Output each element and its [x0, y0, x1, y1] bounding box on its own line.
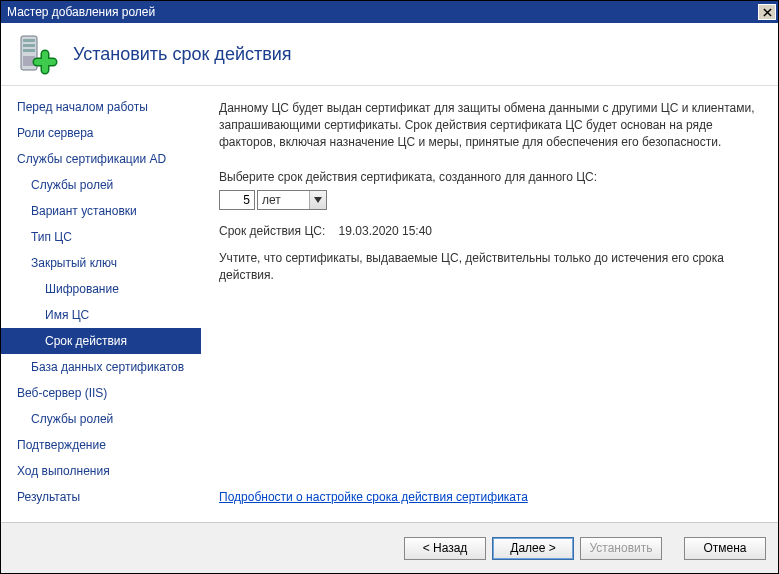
install-button: Установить: [580, 537, 662, 560]
select-validity-label: Выберите срок действия сертификата, созд…: [219, 170, 760, 184]
nav-validity[interactable]: Срок действия: [1, 328, 201, 354]
body: Перед началом работы Роли сервера Службы…: [1, 86, 778, 522]
nav-web-role-services[interactable]: Службы ролей: [1, 406, 201, 432]
titlebar: Мастер добавления ролей: [1, 1, 778, 23]
nav-progress[interactable]: Ход выполнения: [1, 458, 201, 484]
description-text: Данному ЦС будет выдан сертификат для за…: [219, 100, 760, 150]
nav-server-roles[interactable]: Роли сервера: [1, 120, 201, 146]
nav-results[interactable]: Результаты: [1, 484, 201, 510]
back-button[interactable]: < Назад: [404, 537, 486, 560]
svg-rect-1: [23, 39, 35, 42]
window-title: Мастер добавления ролей: [7, 5, 155, 19]
nav-name-cs[interactable]: Имя ЦС: [1, 302, 201, 328]
combo-dropdown-button[interactable]: [309, 191, 326, 209]
nav-install-variant[interactable]: Вариант установки: [1, 198, 201, 224]
svg-rect-3: [23, 49, 35, 52]
close-button[interactable]: [758, 4, 776, 20]
next-button[interactable]: Далее >: [492, 537, 574, 560]
duration-input[interactable]: [219, 190, 255, 210]
sidebar: Перед началом работы Роли сервера Службы…: [1, 86, 201, 522]
server-role-icon: [15, 32, 59, 76]
expire-label: Срок действия ЦС:: [219, 224, 325, 238]
nav-type-cs[interactable]: Тип ЦС: [1, 224, 201, 250]
nav-ad-cert-services[interactable]: Службы сертификации AD: [1, 146, 201, 172]
expire-row: Срок действия ЦС: 19.03.2020 15:40: [219, 224, 760, 238]
cancel-button[interactable]: Отмена: [684, 537, 766, 560]
duration-unit-combo[interactable]: лет: [257, 190, 327, 210]
content-pane: Данному ЦС будет выдан сертификат для за…: [201, 86, 778, 522]
footer: < Назад Далее > Установить Отмена: [1, 522, 778, 573]
nav-private-key[interactable]: Закрытый ключ: [1, 250, 201, 276]
page-title: Установить срок действия: [73, 44, 292, 65]
note-text: Учтите, что сертификаты, выдаваемые ЦС, …: [219, 250, 760, 284]
duration-unit-value: лет: [262, 193, 281, 207]
header: Установить срок действия: [1, 23, 778, 86]
validity-field: Выберите срок действия сертификата, созд…: [219, 170, 760, 210]
nav-cert-db[interactable]: База данных сертификатов: [1, 354, 201, 380]
nav-role-services[interactable]: Службы ролей: [1, 172, 201, 198]
nav-before-start[interactable]: Перед началом работы: [1, 94, 201, 120]
nav-encryption[interactable]: Шифрование: [1, 276, 201, 302]
details-link[interactable]: Подробности о настройке срока действия с…: [219, 490, 760, 504]
wizard-window: Мастер добавления ролей Установить срок …: [0, 0, 779, 574]
svg-rect-2: [23, 44, 35, 47]
nav-confirmation[interactable]: Подтверждение: [1, 432, 201, 458]
expire-value: 19.03.2020 15:40: [339, 224, 432, 238]
nav-web-server[interactable]: Веб-сервер (IIS): [1, 380, 201, 406]
